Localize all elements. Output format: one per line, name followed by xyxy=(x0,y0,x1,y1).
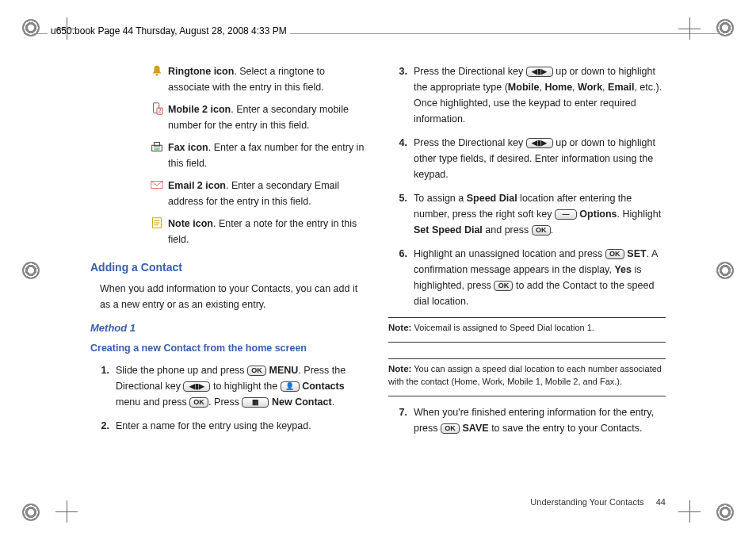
ok-key-icon: OK xyxy=(441,423,460,434)
footer-section: Understanding Your Contacts xyxy=(530,497,643,507)
footer-page-number: 44 xyxy=(656,497,666,507)
step-text: Slide the phone up and press OK MENU. Pr… xyxy=(116,362,368,410)
contacts-key-icon: 👤 xyxy=(281,381,300,392)
softkey-icon: — xyxy=(555,209,577,220)
softkey-icon: ▦ xyxy=(242,397,269,408)
mobile2-icon: 2 xyxy=(146,101,168,133)
ok-key-icon: OK xyxy=(532,225,551,236)
gear-icon xyxy=(22,19,40,36)
gear-icon xyxy=(716,262,734,279)
fax-icon-row: Fax icon. Enter a fax number for the ent… xyxy=(146,140,368,171)
nav-key-icon: ◀▮▶ xyxy=(526,138,553,148)
ok-key-icon: OK xyxy=(247,366,266,376)
ok-key-icon: OK xyxy=(494,281,513,291)
ok-key-icon: OK xyxy=(189,397,208,408)
gear-icon xyxy=(22,262,40,279)
step-6: 6. Highlight an unassigned location and … xyxy=(388,246,666,309)
ringtone-icon-row: Ringtone icon. Select a ringtone to asso… xyxy=(146,63,368,95)
step-number: 2. xyxy=(90,418,116,434)
step-3: 3. Press the Directional key ◀▮▶ up or d… xyxy=(388,63,666,127)
step-text: To assign a Speed Dial location after en… xyxy=(414,190,666,238)
mobile2-desc: Mobile 2 icon. Enter a secondary mobile … xyxy=(168,101,368,133)
step-text: Enter a name for the entry using the key… xyxy=(116,418,368,434)
heading-adding-contact: Adding a Contact xyxy=(90,259,368,276)
note-1: Note: Voicemail is assigned to Speed Dia… xyxy=(388,321,666,334)
note-rule xyxy=(388,358,666,359)
email2-desc: Email 2 icon. Enter a secondary Email ad… xyxy=(168,178,368,209)
content-area: Ringtone icon. Select a ringtone to asso… xyxy=(90,63,666,492)
step-2: 2. Enter a name for the entry using the … xyxy=(90,418,368,434)
page-footer: Understanding Your Contacts 44 xyxy=(530,497,666,507)
fax-icon xyxy=(146,140,168,171)
heading-method1: Method 1 xyxy=(90,320,368,337)
crop-mark-icon xyxy=(55,17,78,40)
step-7: 7. When you're finished entering informa… xyxy=(388,404,666,436)
svg-point-0 xyxy=(156,74,158,76)
heading-creating: Creating a new Contact from the home scr… xyxy=(90,340,368,356)
gear-icon xyxy=(716,19,734,36)
crop-mark-icon xyxy=(678,500,701,523)
nav-key-icon: ◀▮▶ xyxy=(183,381,210,392)
left-column: Ringtone icon. Select a ringtone to asso… xyxy=(90,63,368,492)
note-rule xyxy=(388,342,666,343)
ringtone-desc: Ringtone icon. Select a ringtone to asso… xyxy=(168,63,368,95)
ringtone-icon xyxy=(146,63,168,95)
step-number: 3. xyxy=(388,63,414,127)
ok-key-icon: OK xyxy=(605,249,624,259)
note-desc: Note icon. Enter a note for the entry in… xyxy=(168,216,368,247)
step-number: 1. xyxy=(90,362,116,410)
step-number: 6. xyxy=(388,246,414,309)
step-number: 5. xyxy=(388,190,414,238)
note-icon-row: Note icon. Enter a note for the entry in… xyxy=(146,216,368,247)
step-text: Press the Directional key ◀▮▶ up or down… xyxy=(414,63,666,127)
email2-icon xyxy=(146,178,168,209)
right-column: 3. Press the Directional key ◀▮▶ up or d… xyxy=(388,63,666,492)
svg-rect-6 xyxy=(154,147,159,151)
manual-page: u650.book Page 44 Thursday, August 28, 2… xyxy=(0,0,756,540)
crop-mark-icon xyxy=(55,500,78,523)
note-rule xyxy=(388,396,666,396)
step-number: 7. xyxy=(388,404,414,436)
crop-mark-icon xyxy=(678,17,701,40)
note-icon xyxy=(146,216,168,247)
header-text: u650.book Page 44 Thursday, August 28, 2… xyxy=(48,25,290,36)
fax-desc: Fax icon. Enter a fax number for the ent… xyxy=(168,140,368,171)
note-rule xyxy=(388,317,666,318)
nav-key-icon: ◀▮▶ xyxy=(526,67,553,77)
step-text: When you're finished entering informatio… xyxy=(414,404,666,436)
note-2: Note: You can assign a speed dial locati… xyxy=(388,362,666,388)
step-5: 5. To assign a Speed Dial location after… xyxy=(388,190,666,238)
icon-list: Ringtone icon. Select a ringtone to asso… xyxy=(90,63,368,247)
email2-icon-row: Email 2 icon. Enter a secondary Email ad… xyxy=(146,178,368,209)
step-text: Highlight an unassigned location and pre… xyxy=(414,246,666,309)
step-4: 4. Press the Directional key ◀▮▶ up or d… xyxy=(388,135,666,182)
gear-icon xyxy=(22,504,40,521)
adding-intro: When you add information to your Contact… xyxy=(100,281,368,312)
gear-icon xyxy=(716,504,734,521)
step-1: 1. Slide the phone up and press OK MENU.… xyxy=(90,362,368,410)
step-number: 4. xyxy=(388,135,414,182)
svg-text:2: 2 xyxy=(158,108,162,113)
step-text: Press the Directional key ◀▮▶ up or down… xyxy=(414,135,666,182)
mobile2-icon-row: 2 Mobile 2 icon. Enter a secondary mobil… xyxy=(146,101,368,133)
